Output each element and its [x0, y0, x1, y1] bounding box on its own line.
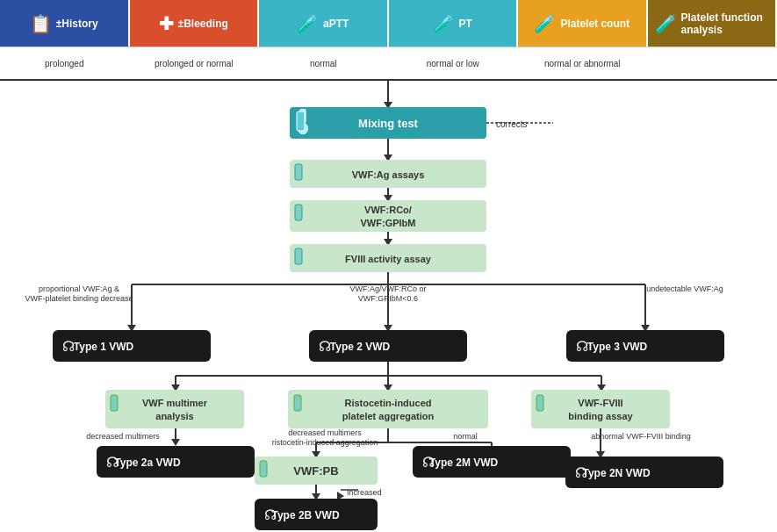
platelet-fn-button[interactable]: 🧪 Platelet function analysis	[648, 0, 778, 47]
svg-text:Type 2B VWD: Type 2B VWD	[271, 509, 339, 521]
header-row: 📋 ±History ✚ ±Bleeding 🧪 aPTT 🧪 PT 🧪 Pla…	[0, 0, 777, 47]
svg-text:VWF:Ag/VWF:RCo or: VWF:Ag/VWF:RCo or	[349, 284, 426, 293]
fviii-label: FVIII activity assay	[345, 254, 432, 264]
svg-text:VWF:GPIbM: VWF:GPIbM	[361, 218, 416, 228]
sublabel-pt: normal or low	[389, 47, 519, 79]
svg-text:proportional VWF:Ag &: proportional VWF:Ag &	[39, 284, 119, 293]
svg-text:Type 2M VWD: Type 2M VWD	[429, 457, 499, 469]
vwf-rco-label: VWF:RCo/	[364, 205, 412, 215]
svg-marker-54	[171, 439, 180, 446]
svg-text:☊: ☊	[264, 507, 277, 522]
svg-text:VWF-platelet binding decrease: VWF-platelet binding decrease	[25, 294, 133, 303]
svg-text:☊: ☊	[575, 465, 587, 480]
sublabel-aptt: normal	[259, 47, 389, 79]
sublabel-bleeding: prolonged or normal	[130, 47, 260, 79]
vwf-ag-label: VWF:Ag assays	[352, 169, 425, 180]
svg-text:Type 2 VWD: Type 2 VWD	[330, 341, 391, 353]
svg-rect-88	[295, 205, 302, 220]
svg-text:☊: ☊	[319, 339, 331, 354]
svg-text:VWF multimer: VWF multimer	[142, 398, 208, 408]
pt-icon: 🧪	[433, 13, 455, 34]
svg-rect-93	[536, 395, 543, 411]
platelet-count-icon: 🧪	[534, 13, 556, 34]
pt-label: PT	[459, 18, 472, 30]
history-label: ±History	[56, 18, 98, 30]
history-icon: 📋	[30, 13, 52, 34]
diagram-area: Mixing test corrects VWF:Ag assays VWF:R…	[0, 81, 777, 532]
svg-text:ristocetin-induced aggregation: ristocetin-induced aggregation	[272, 438, 378, 447]
svg-rect-47	[288, 390, 488, 428]
flowchart-svg: Mixing test corrects VWF:Ag assays VWF:R…	[0, 81, 777, 532]
svg-text:VWF:PB: VWF:PB	[293, 464, 338, 478]
svg-text:Type 2a VWD: Type 2a VWD	[114, 457, 180, 469]
bleeding-icon: ✚	[159, 13, 174, 34]
bleeding-label: ±Bleeding	[178, 18, 228, 30]
bleeding-button[interactable]: ✚ ±Bleeding	[130, 0, 260, 47]
svg-text:analysis: analysis	[155, 411, 193, 421]
svg-text:platelet aggregation: platelet aggregation	[342, 411, 435, 421]
pt-button[interactable]: 🧪 PT	[389, 0, 519, 47]
platelet-fn-icon: 🧪	[655, 13, 677, 34]
svg-text:binding assay: binding assay	[568, 411, 633, 421]
aptt-icon: 🧪	[297, 13, 319, 34]
svg-rect-91	[111, 395, 118, 411]
svg-rect-87	[295, 164, 302, 180]
platelet-fn-label: Platelet function analysis	[681, 11, 769, 36]
svg-rect-90	[297, 111, 305, 131]
svg-text:VWF:GPIbM<0.6: VWF:GPIbM<0.6	[358, 294, 418, 303]
sublabel-history: prolonged	[0, 47, 130, 79]
platelet-count-button[interactable]: 🧪 Platelet count	[518, 0, 648, 47]
svg-rect-89	[295, 248, 302, 264]
svg-text:normal: normal	[453, 432, 478, 441]
history-button[interactable]: 📋 ±History	[0, 0, 130, 47]
sublabel-platelet-fn	[648, 47, 778, 79]
svg-rect-92	[294, 395, 301, 411]
svg-text:Ristocetin-induced: Ristocetin-induced	[344, 398, 431, 408]
aptt-button[interactable]: 🧪 aPTT	[259, 0, 389, 47]
svg-text:undetectable VWF:Ag: undetectable VWF:Ag	[646, 284, 723, 293]
svg-text:decreased multimers: decreased multimers	[288, 428, 362, 437]
aptt-label: aPTT	[323, 18, 349, 30]
platelet-count-label: Platelet count	[560, 18, 630, 30]
sublabel-platelet-count: normal or abnormal	[518, 47, 648, 79]
svg-text:Type 3 VWD: Type 3 VWD	[587, 341, 648, 353]
mixing-test-label: Mixing test	[358, 117, 419, 130]
svg-text:abnormal VWF-FVIII binding: abnormal VWF-FVIII binding	[591, 432, 691, 441]
svg-text:☊: ☊	[422, 455, 435, 470]
svg-text:decreased multimers: decreased multimers	[86, 432, 160, 441]
svg-text:☊: ☊	[576, 339, 588, 354]
svg-text:VWF-FVIII: VWF-FVIII	[578, 398, 622, 408]
svg-rect-50	[531, 390, 670, 428]
svg-text:Type 1 VWD: Type 1 VWD	[74, 341, 134, 353]
svg-rect-44	[105, 390, 244, 428]
corrects-label: corrects	[496, 119, 528, 129]
sublabel-row: prolonged prolonged or normal normal nor…	[0, 47, 777, 81]
svg-text:Type 2N VWD: Type 2N VWD	[582, 467, 650, 479]
svg-rect-94	[260, 461, 267, 477]
svg-text:☊: ☊	[106, 455, 119, 470]
svg-text:☊: ☊	[62, 339, 75, 354]
